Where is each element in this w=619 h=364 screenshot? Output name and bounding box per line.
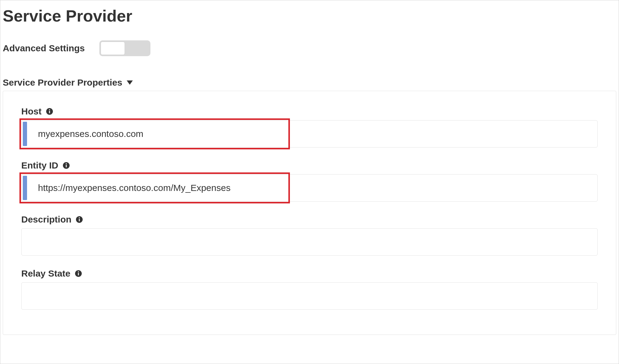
caret-down-icon (127, 80, 133, 85)
info-icon[interactable] (46, 108, 53, 115)
toggle-knob (101, 42, 125, 55)
entity-id-field-group: Entity ID (21, 160, 598, 202)
host-field-group: Host (21, 106, 598, 148)
service-provider-properties-header[interactable]: Service Provider Properties (0, 65, 619, 91)
section-header-label: Service Provider Properties (3, 77, 122, 88)
svg-point-2 (49, 109, 50, 111)
advanced-settings-label: Advanced Settings (3, 43, 85, 53)
page-title: Service Provider (0, 0, 619, 28)
service-provider-properties-panel: Host Entity ID Description (3, 91, 616, 335)
info-icon[interactable] (76, 216, 83, 223)
host-input[interactable] (21, 120, 598, 148)
info-icon[interactable] (63, 162, 70, 169)
svg-point-8 (79, 217, 80, 219)
relay-state-input[interactable] (21, 282, 598, 310)
svg-rect-7 (79, 219, 80, 221)
svg-rect-4 (66, 165, 67, 167)
entity-id-label: Entity ID (21, 160, 58, 171)
relay-state-field-group: Relay State (21, 268, 598, 310)
svg-rect-1 (49, 111, 50, 113)
description-input[interactable] (21, 228, 598, 256)
host-label: Host (21, 106, 42, 117)
description-field-group: Description (21, 214, 598, 256)
advanced-settings-row: Advanced Settings (0, 28, 619, 65)
relay-state-label: Relay State (21, 268, 70, 279)
entity-id-input[interactable] (21, 174, 598, 202)
svg-point-5 (66, 163, 67, 165)
advanced-settings-toggle[interactable] (99, 40, 150, 56)
svg-point-11 (78, 271, 79, 273)
description-label: Description (21, 214, 71, 225)
svg-rect-10 (78, 273, 79, 275)
info-icon[interactable] (75, 270, 82, 277)
